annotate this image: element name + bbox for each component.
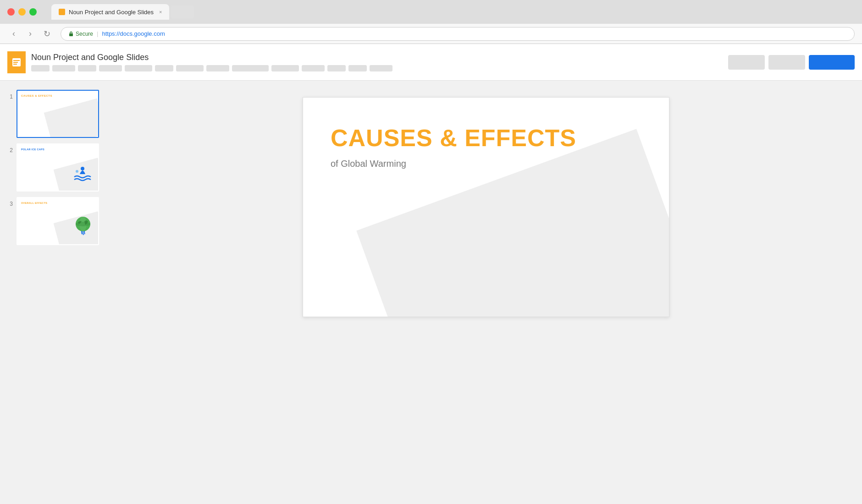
toolbar-extra2[interactable] [271,65,299,71]
tab-bar: Noun Project and Google Slides × [51,4,194,20]
thumb-slide1-bg: CAUSES & EFFECTS [17,91,98,137]
toolbar-menu-help[interactable] [206,65,229,71]
thumb2-label: POLAR ICE CAPS [21,148,44,151]
slide-thumbnail-3[interactable]: 3 OVERALL EFFECTS [6,197,105,245]
slide-thumb-3[interactable]: OVERALL EFFECTS [17,197,99,245]
slides-toolbar: Noun Project and Google Slides [0,44,862,81]
toolbar-extra1[interactable] [232,65,269,71]
slide-number-2: 2 [6,143,13,153]
svg-point-9 [76,222,90,226]
toolbar-menu-file[interactable] [31,65,50,71]
main-slide-content: CAUSES & EFFECTS of Global Warming [303,98,669,197]
present-button[interactable] [809,55,855,70]
toolbar-extra4[interactable] [327,65,346,71]
toolbar-extra5[interactable] [348,65,367,71]
address-url: https://docs.google.com [102,30,165,37]
toolbar-extra3[interactable] [302,65,325,71]
toolbar-btn-share[interactable] [768,55,805,70]
traffic-lights [7,8,37,16]
maximize-button[interactable] [29,8,37,16]
address-input[interactable]: Secure | https://docs.google.com [61,27,855,41]
main-slide-subtitle: of Global Warming [331,159,641,169]
slides-logo [7,51,26,73]
svg-point-5 [81,167,84,170]
thumb1-diagonal [44,99,98,137]
toolbar-menu-addons[interactable] [176,65,204,71]
active-tab[interactable]: Noun Project and Google Slides × [51,4,169,20]
slides-app: Noun Project and Google Slides [0,44,862,495]
main-slide[interactable]: CAUSES & EFFECTS of Global Warming [303,97,669,317]
slide-thumb-2[interactable]: POLAR ICE CAPS [17,143,99,192]
slide-thumbnail-2[interactable]: 2 POLAR ICE CAPS [6,143,105,192]
secure-badge: Secure [68,31,93,37]
toolbar-menu-tools[interactable] [155,65,173,71]
toolbar-menu-insert[interactable] [99,65,122,71]
main-slide-area: CAUSES & EFFECTS of Global Warming [110,90,862,495]
nav-buttons: ‹ › ↻ [7,27,53,40]
lock-icon [68,31,74,37]
slides-content: 1 CAUSES & EFFECTS 2 POLAR ICE CAPS [0,81,862,495]
tab-title: Noun Project and Google Slides [69,9,154,16]
new-tab-area [171,5,194,18]
toolbar-menu-view[interactable] [78,65,96,71]
refresh-button[interactable]: ↻ [40,27,53,40]
back-button[interactable]: ‹ [7,27,20,40]
minimize-button[interactable] [18,8,26,16]
thumb2-icon [73,165,93,183]
thumb-slide3-bg: OVERALL EFFECTS [17,198,98,244]
thumb3-label: OVERALL EFFECTS [21,202,47,204]
slides-logo-icon [11,57,22,68]
svg-rect-2 [13,60,20,61]
slide-number-1: 1 [6,90,13,100]
toolbar-right [728,55,855,70]
browser-chrome: Noun Project and Google Slides × ‹ › ↻ S… [0,0,862,44]
toolbar-extra6[interactable] [370,65,392,71]
svg-point-6 [76,170,78,173]
toolbar-menu-edit[interactable] [52,65,75,71]
slide-thumb-1[interactable]: CAUSES & EFFECTS [17,90,99,138]
slide-panel: 1 CAUSES & EFFECTS 2 POLAR ICE CAPS [0,90,110,495]
close-button[interactable] [7,8,15,16]
main-slide-title: CAUSES & EFFECTS [331,125,641,151]
toolbar-btn-secondary[interactable] [728,55,765,70]
thumb3-icon [73,215,93,237]
title-bar: Noun Project and Google Slides × [0,0,862,24]
toolbar-menu-format[interactable] [125,65,152,71]
thumb-slide2-bg: POLAR ICE CAPS [17,144,98,191]
forward-button[interactable]: › [24,27,37,40]
slide-thumbnail-1[interactable]: 1 CAUSES & EFFECTS [6,90,105,138]
svg-rect-4 [13,64,17,65]
svg-rect-3 [13,62,18,63]
slides-title: Noun Project and Google Slides [31,53,728,62]
tab-close-button[interactable]: × [159,9,162,15]
address-bar: ‹ › ↻ Secure | https://docs.google.com [0,24,862,44]
svg-rect-0 [69,33,73,36]
tab-favicon [59,9,65,15]
thumb1-label: CAUSES & EFFECTS [21,94,52,97]
slide-number-3: 3 [6,197,13,207]
slides-title-area: Noun Project and Google Slides [31,53,728,71]
earth-drip-icon [73,215,93,235]
toolbar-menus [31,65,728,71]
address-separator: | [97,30,98,37]
polar-ice-icon [73,165,93,181]
